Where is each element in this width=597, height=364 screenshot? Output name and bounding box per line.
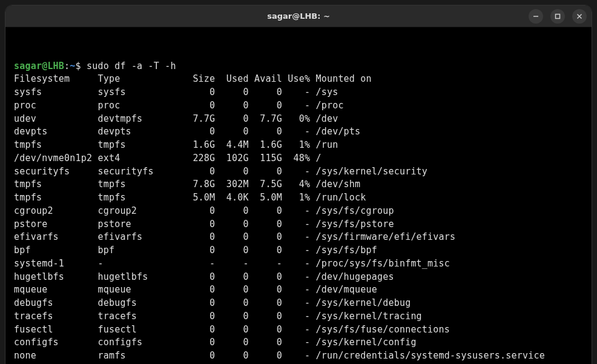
prompt-user: sagar	[14, 61, 42, 71]
prompt-colon: :	[64, 61, 70, 71]
maximize-button[interactable]	[550, 9, 565, 24]
df-output: Filesystem Type Size Used Avail Use% Mou…	[14, 73, 545, 364]
svg-rect-1	[556, 15, 560, 19]
close-icon	[576, 13, 582, 19]
prompt-host: LHB	[47, 61, 64, 71]
close-button[interactable]	[572, 9, 587, 24]
maximize-icon	[555, 13, 561, 19]
command-text: sudo df -a -T -h	[87, 61, 176, 71]
terminal-window: sagar@LHB: ~ sagar@LHB:~$ sudo df -a -T …	[5, 5, 592, 364]
prompt-symbol: $	[76, 61, 81, 71]
prompt-line: sagar@LHB:~$ sudo df -a -T -h	[14, 60, 583, 73]
titlebar: sagar@LHB: ~	[5, 5, 592, 27]
terminal-body[interactable]: sagar@LHB:~$ sudo df -a -T -hFilesystem …	[5, 27, 592, 364]
minimize-button[interactable]	[529, 9, 543, 24]
prompt-path: ~	[70, 61, 75, 71]
window-title: sagar@LHB: ~	[267, 12, 330, 21]
minimize-icon	[533, 13, 539, 19]
prompt-at: @	[42, 61, 47, 71]
window-controls	[529, 9, 587, 24]
